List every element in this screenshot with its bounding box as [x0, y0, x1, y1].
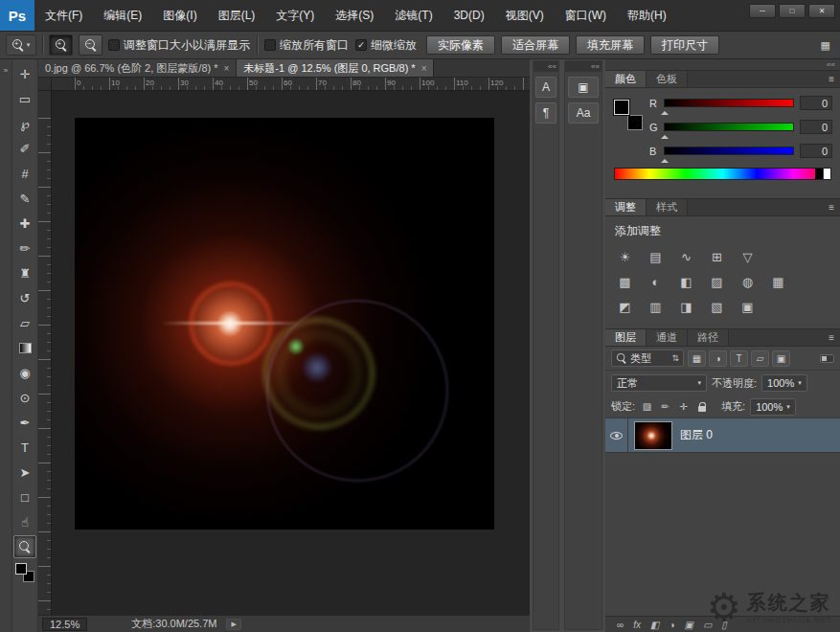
slider-pointer-icon[interactable]	[661, 131, 669, 139]
options-button[interactable]: 填充屏幕	[576, 35, 645, 55]
menu-item[interactable]: 文字(Y)	[265, 0, 325, 31]
exposure-icon[interactable]: ⊞	[707, 248, 727, 265]
foreground-color-swatch[interactable]	[614, 100, 629, 115]
vibrance-icon[interactable]: ▽	[738, 248, 758, 265]
dock-collapse-button[interactable]: ««	[605, 59, 840, 70]
menu-item[interactable]: 编辑(E)	[93, 0, 152, 31]
color-balance-icon[interactable]: ◐	[646, 273, 666, 290]
add-mask-icon[interactable]: ◧	[650, 620, 659, 630]
link-layers-icon[interactable]: ∞	[617, 620, 624, 630]
color-spectrum-ramp[interactable]	[614, 168, 831, 180]
layer-filter-toggle[interactable]	[820, 354, 834, 363]
menu-item[interactable]: 选择(S)	[325, 0, 384, 31]
path-selection-tool[interactable]: ➤	[13, 461, 36, 484]
dodge-tool[interactable]: ⊙	[13, 386, 36, 409]
status-menu-arrow[interactable]: ▶	[226, 619, 240, 630]
posterize-icon[interactable]: ▥	[646, 298, 666, 315]
gradient-tool[interactable]	[13, 336, 36, 359]
pen-tool[interactable]: ✒	[13, 411, 36, 434]
fill-select[interactable]: 100% ▾	[750, 398, 796, 416]
lasso-tool[interactable]: ℘	[13, 112, 36, 135]
lock-all-icon[interactable]	[694, 399, 709, 414]
options-button[interactable]: 打印尺寸	[650, 35, 719, 55]
options-button[interactable]: 适合屏幕	[501, 35, 570, 55]
threshold-icon[interactable]: ◨	[676, 298, 696, 315]
channel-slider[interactable]	[664, 123, 794, 131]
zoom-tool[interactable]	[13, 535, 36, 558]
dock-collapse-icon[interactable]: ««	[534, 61, 558, 72]
lock-image-icon[interactable]: ✏	[658, 399, 672, 414]
black-white-icon[interactable]: ◧	[676, 273, 696, 290]
blur-tool[interactable]: ◉	[13, 361, 36, 384]
quick-selection-tool[interactable]: ✐	[13, 137, 36, 160]
dock-collapse-icon[interactable]: ««	[565, 61, 602, 72]
menu-item[interactable]: 窗口(W)	[555, 0, 617, 31]
filter-shape-layers-icon[interactable]: ▱	[751, 350, 769, 367]
menu-item[interactable]: 图层(L)	[208, 0, 266, 31]
invert-icon[interactable]: ◩	[615, 298, 635, 315]
slider-pointer-icon[interactable]	[661, 107, 669, 115]
crop-tool[interactable]: #	[13, 162, 36, 185]
levels-icon[interactable]: ▤	[646, 248, 666, 265]
panel-tab[interactable]: 色板	[647, 71, 688, 87]
color-lookup-icon[interactable]: ▦	[768, 273, 788, 290]
panel-tab[interactable]: 颜色	[605, 71, 647, 87]
white-swatch[interactable]	[823, 169, 831, 179]
character-styles-panel-icon[interactable]: ▣	[568, 77, 599, 98]
gradient-map-icon[interactable]: ▧	[707, 298, 727, 315]
tab-close-icon[interactable]: ×	[224, 63, 230, 74]
channel-value-field[interactable]: 0	[800, 120, 832, 134]
hand-tool[interactable]: ☝	[13, 510, 36, 533]
paragraph-panel-icon[interactable]: ¶	[535, 102, 556, 124]
type-tool[interactable]: T	[13, 436, 36, 459]
new-group-icon[interactable]: ▣	[684, 620, 692, 630]
close-button[interactable]: ✕	[808, 4, 835, 18]
layer-filter-type-combo[interactable]: 类型 ⇅	[611, 350, 684, 367]
filter-smart-objects-icon[interactable]: ▣	[772, 350, 790, 367]
filter-adjustment-layers-icon[interactable]: ◑	[709, 350, 727, 367]
brush-tool[interactable]: ✏	[13, 237, 36, 260]
tools-collapse-strip[interactable]: »	[0, 59, 12, 632]
move-tool[interactable]: ✛	[13, 62, 36, 85]
background-color-swatch[interactable]	[627, 115, 643, 130]
clone-stamp-tool[interactable]: ♜	[13, 261, 36, 284]
minimize-button[interactable]: ─	[749, 4, 776, 18]
curves-icon[interactable]: ∿	[676, 248, 696, 265]
panel-tab[interactable]: 通道	[647, 329, 688, 346]
eyedropper-tool[interactable]: ✎	[13, 187, 36, 210]
opacity-select[interactable]: 100% ▾	[761, 374, 807, 392]
selective-color-icon[interactable]: ▣	[738, 298, 758, 315]
tab-close-icon[interactable]: ×	[421, 63, 427, 74]
checkbox[interactable]	[108, 39, 120, 51]
history-brush-tool[interactable]: ↺	[13, 286, 36, 309]
healing-brush-tool[interactable]: ✚	[13, 212, 36, 235]
channel-value-field[interactable]: 0	[800, 96, 832, 110]
workspace-panel-icon[interactable]: ▦	[821, 39, 834, 52]
hue-saturation-icon[interactable]: ▩	[615, 273, 635, 290]
document-tab[interactable]: 0.jpg @ 66.7% (色阶 2, 图层蒙版/8) *×	[38, 59, 237, 77]
menu-item[interactable]: 帮助(H)	[617, 0, 677, 31]
maximize-button[interactable]: □	[779, 4, 806, 18]
filter-type-layers-icon[interactable]: T	[730, 350, 748, 367]
new-layer-icon[interactable]: ▭	[703, 620, 712, 630]
canvas-image[interactable]	[75, 118, 494, 530]
marquee-tool[interactable]: ▭	[13, 87, 36, 110]
channel-mixer-icon[interactable]: ◍	[738, 273, 758, 290]
foreground-color-swatch[interactable]	[15, 563, 27, 575]
new-adjustment-layer-icon[interactable]: ◑	[669, 620, 674, 630]
menu-item[interactable]: 文件(F)	[34, 0, 93, 31]
menu-item[interactable]: 图像(I)	[152, 0, 207, 31]
lock-transparency-icon[interactable]: ▨	[640, 399, 654, 414]
paragraph-styles-panel-icon[interactable]: Aa	[568, 102, 599, 124]
panel-tab[interactable]: 图层	[605, 329, 647, 346]
menu-item[interactable]: 滤镜(T)	[384, 0, 443, 31]
panel-tab[interactable]: 样式	[647, 199, 688, 215]
delete-layer-icon[interactable]: ▯	[721, 620, 727, 630]
character-panel-icon[interactable]: A	[535, 77, 556, 98]
menu-item[interactable]: 3D(D)	[443, 0, 495, 31]
slider-pointer-icon[interactable]	[661, 155, 669, 163]
panel-tab[interactable]: 路径	[688, 329, 729, 346]
layer-effects-icon[interactable]: fx	[633, 620, 641, 630]
blend-mode-select[interactable]: 正常 ▾	[611, 374, 707, 392]
zoom-out-button[interactable]: −	[79, 34, 102, 56]
